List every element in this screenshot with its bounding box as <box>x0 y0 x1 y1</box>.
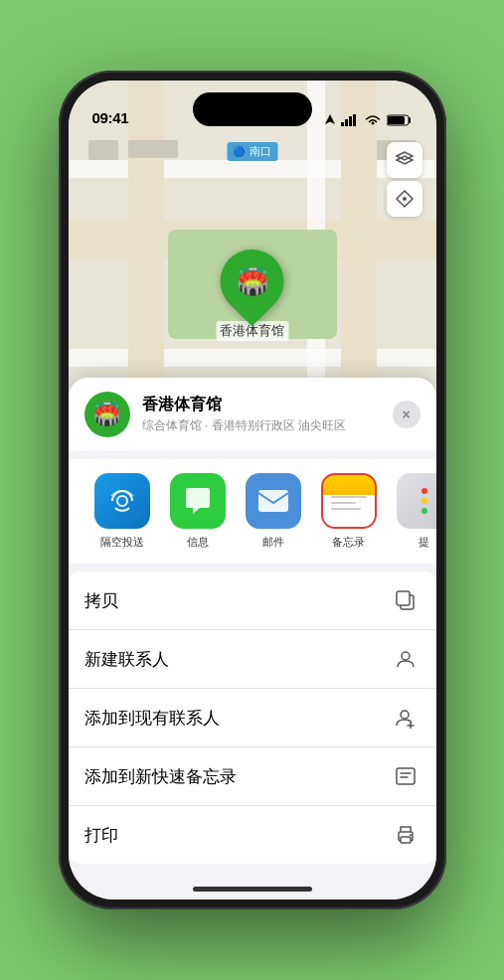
share-item-notes[interactable]: 备忘录 <box>311 473 387 550</box>
messages-icon-wrap <box>170 473 226 529</box>
svg-rect-15 <box>401 837 411 843</box>
action-print-label: 打印 <box>84 824 391 847</box>
venue-icon: 🏟️ <box>84 392 130 437</box>
svg-point-12 <box>401 711 409 719</box>
action-copy-label: 拷贝 <box>84 589 391 612</box>
venue-card: 🏟️ 香港体育馆 综合体育馆 · 香港特别行政区 油尖旺区 × <box>69 378 436 451</box>
mail-icon-wrap <box>246 473 301 529</box>
map-type-button[interactable] <box>387 142 422 178</box>
add-contact-icon <box>391 703 420 733</box>
map-label: 🔵 南口 <box>227 142 277 161</box>
wifi-icon <box>365 114 381 126</box>
action-new-contact-label: 新建联系人 <box>84 648 391 671</box>
svg-rect-0 <box>341 122 344 126</box>
location-icon <box>395 189 415 209</box>
svg-point-7 <box>117 496 127 506</box>
action-print[interactable]: 打印 <box>69 806 436 864</box>
more-dots-col <box>421 488 427 514</box>
signal-icon <box>341 114 359 126</box>
close-button[interactable]: × <box>393 401 420 428</box>
svg-rect-13 <box>397 768 415 784</box>
airdrop-icon <box>107 486 137 516</box>
bottom-sheet: 🏟️ 香港体育馆 综合体育馆 · 香港特别行政区 油尖旺区 × <box>69 378 436 899</box>
battery-icon <box>387 114 413 126</box>
svg-point-16 <box>410 834 412 836</box>
more-label: 提 <box>419 535 429 550</box>
dot-yellow <box>421 498 427 504</box>
home-indicator-spacer <box>69 864 436 888</box>
action-add-note[interactable]: 添加到新快速备忘录 <box>69 747 436 806</box>
svg-rect-10 <box>397 591 410 605</box>
venue-name: 香港体育馆 <box>142 395 381 415</box>
messages-label: 信息 <box>187 535 209 550</box>
notes-icon-wrap <box>321 473 377 529</box>
svg-point-6 <box>403 197 407 201</box>
airdrop-label: 隔空投送 <box>100 535 144 550</box>
location-arrow-icon <box>325 114 335 126</box>
svg-point-11 <box>402 652 410 660</box>
venue-subtitle: 综合体育馆 · 香港特别行政区 油尖旺区 <box>142 417 381 434</box>
action-add-existing-label: 添加到现有联系人 <box>84 707 391 730</box>
action-new-contact[interactable]: 新建联系人 <box>69 630 436 689</box>
messages-icon <box>183 487 213 515</box>
print-icon <box>391 820 420 850</box>
copy-icon <box>391 585 420 615</box>
airdrop-icon-wrap <box>94 473 150 529</box>
location-pin: 🏟️ 香港体育馆 <box>216 249 288 341</box>
quick-note-icon <box>391 761 420 791</box>
phone-shell: 09:41 <box>59 71 446 909</box>
action-list: 拷贝 新建联系人 <box>69 572 436 864</box>
notes-label: 备忘录 <box>332 535 365 550</box>
svg-rect-8 <box>258 490 288 512</box>
svg-rect-5 <box>388 116 405 124</box>
share-item-airdrop[interactable]: 隔空投送 <box>84 473 160 550</box>
dynamic-island <box>193 92 312 126</box>
new-contact-icon <box>391 644 420 674</box>
status-time: 09:41 <box>92 109 129 126</box>
action-add-note-label: 添加到新快速备忘录 <box>84 765 391 788</box>
action-add-existing[interactable]: 添加到现有联系人 <box>69 689 436 747</box>
pin-icon: 🏟️ <box>237 266 268 297</box>
home-indicator <box>193 887 312 892</box>
notes-lines <box>331 496 367 510</box>
share-item-mail[interactable]: 邮件 <box>236 473 311 550</box>
action-copy[interactable]: 拷贝 <box>69 572 436 630</box>
svg-rect-2 <box>349 116 352 126</box>
dot-green <box>421 508 427 514</box>
map-layers-icon <box>395 150 415 170</box>
share-row: 隔空投送 信息 <box>69 459 436 564</box>
venue-info: 香港体育馆 综合体育馆 · 香港特别行政区 油尖旺区 <box>142 395 381 434</box>
mail-label: 邮件 <box>262 535 284 550</box>
dot-red <box>421 488 427 494</box>
status-icons <box>325 114 413 126</box>
location-button[interactable] <box>387 181 422 217</box>
map-controls <box>387 142 422 217</box>
svg-rect-1 <box>345 119 348 126</box>
share-item-more[interactable]: 提 <box>387 473 436 550</box>
phone-screen: 09:41 <box>69 81 436 899</box>
pin-background: 🏟️ <box>207 237 297 327</box>
share-item-messages[interactable]: 信息 <box>160 473 236 550</box>
more-icon-wrap <box>397 473 436 529</box>
svg-rect-3 <box>353 114 356 126</box>
mail-icon <box>257 489 289 513</box>
